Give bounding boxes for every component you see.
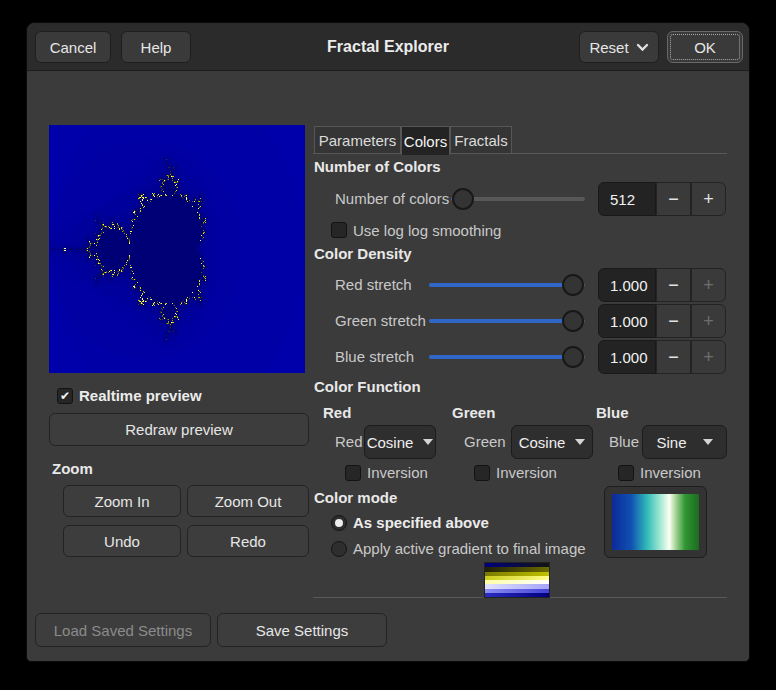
blue-function-value: Sine	[656, 434, 686, 451]
checkmark-icon: ✔	[60, 390, 70, 402]
color-mode-heading: Color mode	[314, 489, 397, 506]
green-channel-heading: Green	[452, 404, 495, 421]
slider-fill	[429, 283, 573, 287]
blue-stretch-value[interactable]: 1.000	[598, 340, 656, 374]
mode-as-specified-radio[interactable]	[331, 515, 347, 531]
blue-channel-heading: Blue	[596, 404, 629, 421]
undo-button[interactable]: Undo	[63, 525, 181, 557]
help-button[interactable]: Help	[121, 31, 191, 63]
green-function-label: Green	[464, 433, 506, 451]
blue-stretch-increment-button[interactable]: +	[691, 340, 726, 374]
red-stretch-increment-button[interactable]: +	[691, 268, 726, 302]
fractal-preview[interactable]	[49, 125, 305, 373]
tab-fractals[interactable]: Fractals	[450, 126, 512, 154]
green-stretch-slider[interactable]	[429, 304, 585, 338]
number-of-colors-increment-button[interactable]: +	[691, 182, 726, 216]
green-inversion-label: Inversion	[496, 464, 557, 482]
realtime-preview-label: Realtime preview	[79, 387, 202, 405]
red-function-label: Red	[335, 433, 363, 451]
red-stretch-value[interactable]: 1.000	[598, 268, 656, 302]
green-function-value: Cosine	[519, 434, 566, 451]
blue-inversion-checkbox[interactable]: ✔	[618, 465, 634, 481]
blue-stretch-label: Blue stretch	[335, 348, 414, 366]
number-of-colors-slider[interactable]	[451, 182, 585, 216]
zoom-heading: Zoom	[52, 460, 93, 477]
slider-fill	[429, 319, 573, 323]
titlebar: Cancel Help Fractal Explorer Reset OK	[27, 23, 749, 71]
red-inversion-label: Inversion	[367, 464, 428, 482]
green-stretch-decrement-button[interactable]: −	[656, 304, 691, 338]
plus-icon: +	[703, 189, 714, 210]
zoom-out-button[interactable]: Zoom Out	[187, 485, 309, 517]
blue-stretch-decrement-button[interactable]: −	[656, 340, 691, 374]
fractal-explorer-dialog: Cancel Help Fractal Explorer Reset OK ✔ …	[26, 22, 750, 662]
color-density-heading: Color Density	[314, 245, 412, 262]
redo-button[interactable]: Redo	[187, 525, 309, 557]
red-channel-heading: Red	[323, 404, 351, 421]
red-function-dropdown[interactable]: Cosine	[364, 425, 436, 459]
slider-thumb[interactable]	[562, 274, 584, 296]
green-stretch-value[interactable]: 1.000	[598, 304, 656, 338]
blue-function-dropdown[interactable]: Sine	[642, 425, 727, 459]
chevron-down-icon	[636, 43, 649, 52]
slider-fill	[429, 355, 573, 359]
number-of-colors-decrement-button[interactable]: −	[656, 182, 691, 216]
screen: Cancel Help Fractal Explorer Reset OK ✔ …	[0, 0, 776, 690]
plus-icon: +	[703, 347, 714, 368]
minus-icon: −	[668, 311, 679, 332]
dropdown-arrow-icon	[423, 439, 433, 445]
active-gradient-button[interactable]	[604, 486, 707, 558]
blue-function-label: Blue	[609, 433, 639, 451]
red-inversion-checkbox[interactable]: ✔	[345, 465, 361, 481]
green-function-dropdown[interactable]: Cosine	[511, 425, 593, 459]
ok-button[interactable]: OK	[667, 31, 743, 63]
plus-icon: +	[703, 275, 714, 296]
minus-icon: −	[668, 347, 679, 368]
red-function-value: Cosine	[367, 434, 414, 451]
reset-button[interactable]: Reset	[579, 31, 659, 63]
tab-parameters[interactable]: Parameters	[314, 126, 401, 154]
mode-as-specified-label: As specified above	[353, 514, 489, 532]
colormap-row	[485, 593, 549, 597]
save-settings-button[interactable]: Save Settings	[217, 613, 387, 647]
dropdown-arrow-icon	[575, 439, 585, 445]
blue-stretch-slider[interactable]	[429, 340, 585, 374]
dropdown-arrow-icon	[703, 439, 713, 445]
redraw-preview-button[interactable]: Redraw preview	[49, 413, 309, 446]
green-inversion-checkbox[interactable]: ✔	[474, 465, 490, 481]
gradient-preview-swatch	[612, 494, 699, 550]
cancel-button[interactable]: Cancel	[35, 31, 111, 63]
mode-gradient-label: Apply active gradient to final image	[353, 540, 586, 558]
mode-gradient-radio[interactable]	[331, 541, 347, 557]
red-stretch-slider[interactable]	[429, 268, 585, 302]
red-stretch-decrement-button[interactable]: −	[656, 268, 691, 302]
reset-label: Reset	[589, 39, 628, 56]
loglog-smoothing-label: Use log log smoothing	[353, 222, 501, 240]
green-stretch-label: Green stretch	[335, 312, 426, 330]
green-stretch-increment-button[interactable]: +	[691, 304, 726, 338]
number-of-colors-heading: Number of Colors	[314, 158, 441, 175]
load-saved-settings-button[interactable]: Load Saved Settings	[35, 613, 211, 647]
number-of-colors-label: Number of colors	[335, 190, 449, 208]
red-stretch-label: Red stretch	[335, 276, 412, 294]
realtime-preview-checkbox[interactable]: ✔	[57, 388, 73, 404]
tabbar-underline	[313, 153, 727, 154]
color-function-heading: Color Function	[314, 378, 421, 395]
minus-icon: −	[668, 189, 679, 210]
minus-icon: −	[668, 275, 679, 296]
blue-inversion-label: Inversion	[640, 464, 701, 482]
loglog-smoothing-checkbox[interactable]: ✔	[331, 222, 347, 238]
number-of-colors-value[interactable]: 512	[598, 182, 656, 216]
slider-thumb[interactable]	[562, 310, 584, 332]
slider-thumb[interactable]	[562, 346, 584, 368]
tab-colors[interactable]: Colors	[401, 126, 450, 155]
zoom-in-button[interactable]: Zoom In	[63, 485, 181, 517]
slider-thumb[interactable]	[452, 188, 474, 210]
plus-icon: +	[703, 311, 714, 332]
colormap-preview	[484, 562, 550, 598]
